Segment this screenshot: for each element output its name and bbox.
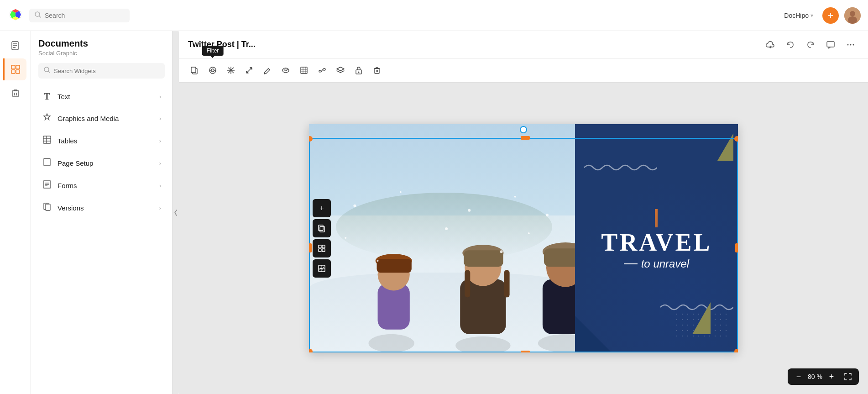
- svg-rect-31: [827, 42, 834, 47]
- svg-rect-86: [320, 226, 324, 232]
- canvas-content: TRAVEL to unravel: [179, 83, 868, 394]
- search-input[interactable]: [45, 12, 124, 19]
- svg-rect-91: [322, 249, 325, 252]
- widget-item-forms[interactable]: Forms ›: [38, 174, 165, 197]
- zoom-out-button[interactable]: −: [793, 371, 804, 382]
- sidebar-item-documents[interactable]: [5, 35, 26, 57]
- filter-toolbar-button[interactable]: Filter: [204, 62, 221, 79]
- search-widgets-icon: [44, 67, 50, 75]
- canvas-area: Twitter Post | Tr...: [179, 31, 868, 394]
- svg-point-82: [445, 227, 448, 230]
- svg-point-55: [358, 72, 360, 73]
- svg-rect-70: [504, 270, 510, 297]
- svg-line-46: [268, 68, 270, 70]
- top-navigation: DocHipo ▾ +: [0, 0, 868, 31]
- travel-title: TRAVEL to unravel: [601, 230, 711, 270]
- edit-toolbar-button[interactable]: [259, 62, 276, 79]
- svg-point-84: [377, 260, 379, 262]
- svg-point-80: [546, 214, 549, 216]
- fab-add[interactable]: +: [313, 199, 331, 217]
- add-new-button[interactable]: +: [822, 7, 839, 24]
- widget-item-versions[interactable]: Versions ›: [38, 197, 165, 219]
- search-icon: [35, 11, 41, 20]
- canvas-photo-element[interactable]: [309, 124, 579, 352]
- layers-toolbar-button[interactable]: [332, 62, 349, 79]
- svg-point-64: [455, 336, 510, 352]
- element-toolbar: Filter: [179, 58, 868, 83]
- delete-toolbar-button[interactable]: [369, 62, 385, 79]
- sidebar-title: Documents: [38, 38, 165, 49]
- forms-icon: [42, 180, 52, 191]
- canvas-right-panel: TRAVEL to unravel: [575, 124, 738, 352]
- comment-button[interactable]: [822, 37, 839, 53]
- svg-point-5: [848, 16, 857, 24]
- cloud-save-button[interactable]: [762, 37, 779, 53]
- sidebar-subtitle: Social Graphic: [38, 50, 165, 57]
- chevron-right-icon-4: ›: [159, 160, 161, 167]
- widget-graphics-label: Graphics and Media: [58, 115, 119, 122]
- nav-right-section: DocHipo ▾ +: [780, 7, 861, 24]
- search-widgets-bar: [38, 63, 165, 79]
- widget-sidebar: Documents Social Graphic T Text ›: [31, 31, 173, 394]
- plus-icon: +: [319, 204, 324, 212]
- widget-item-text[interactable]: T Text ›: [38, 86, 165, 107]
- fab-chart[interactable]: [313, 259, 331, 278]
- widget-text-label: Text: [58, 93, 70, 100]
- copy-toolbar-button[interactable]: [186, 62, 203, 79]
- svg-point-32: [847, 44, 849, 45]
- svg-rect-89: [322, 245, 325, 248]
- sidebar-item-widgets[interactable]: [3, 58, 26, 80]
- svg-rect-19: [43, 136, 51, 143]
- lock-toolbar-button[interactable]: [350, 62, 367, 79]
- widget-versions-label: Versions: [58, 204, 84, 212]
- redo-button[interactable]: [802, 37, 819, 53]
- travel-sub-text: to unravel: [641, 257, 689, 270]
- svg-rect-69: [465, 270, 470, 297]
- fullscreen-button[interactable]: [842, 371, 853, 382]
- svg-rect-75: [544, 248, 579, 267]
- collapse-sidebar-handle[interactable]: [173, 31, 179, 394]
- svg-rect-12: [11, 70, 15, 74]
- chevron-right-icon-3: ›: [159, 137, 161, 144]
- resize-toolbar-button[interactable]: [241, 62, 257, 79]
- crop-toolbar-button[interactable]: [223, 62, 239, 79]
- svg-rect-63: [377, 259, 412, 273]
- main-layout: Documents Social Graphic T Text ›: [0, 31, 868, 394]
- user-avatar[interactable]: [844, 7, 861, 24]
- left-dash: [624, 263, 638, 264]
- account-menu[interactable]: DocHipo ▾: [780, 9, 817, 22]
- chevron-right-icon: ›: [159, 93, 161, 100]
- travel-divider: to unravel: [601, 257, 711, 270]
- svg-rect-10: [11, 65, 15, 69]
- undo-button[interactable]: [782, 37, 799, 53]
- app-logo[interactable]: [7, 6, 24, 25]
- zoom-in-button[interactable]: +: [826, 371, 837, 382]
- svg-rect-14: [13, 91, 18, 97]
- widget-item-graphics-media[interactable]: Graphics and Media ›: [38, 107, 165, 130]
- zoom-level-display: 80 %: [808, 373, 822, 380]
- fab-duplicate[interactable]: [313, 219, 331, 237]
- design-canvas[interactable]: TRAVEL to unravel: [309, 124, 738, 352]
- svg-point-76: [353, 205, 356, 207]
- sidebar-item-trash[interactable]: [5, 82, 26, 104]
- tables-icon: [42, 135, 52, 147]
- svg-point-79: [514, 196, 516, 198]
- link-toolbar-button[interactable]: [314, 62, 330, 79]
- widget-item-page-setup[interactable]: Page Setup ›: [38, 152, 165, 174]
- svg-rect-72: [543, 279, 579, 334]
- svg-line-2: [39, 16, 41, 17]
- opacity-toolbar-button[interactable]: [296, 62, 312, 79]
- svg-point-4: [850, 11, 855, 16]
- svg-rect-11: [16, 65, 20, 69]
- search-bar: [29, 9, 130, 22]
- mask-toolbar-button[interactable]: [277, 62, 294, 79]
- svg-rect-29: [46, 204, 50, 210]
- search-widgets-input[interactable]: [54, 68, 159, 74]
- icon-sidebar: [0, 31, 31, 394]
- text-widget-icon: T: [42, 91, 52, 102]
- svg-point-71: [538, 334, 579, 352]
- widget-item-tables[interactable]: Tables ›: [38, 130, 165, 152]
- fab-grid[interactable]: [313, 239, 331, 257]
- svg-point-85: [500, 250, 503, 253]
- more-options-button[interactable]: [842, 37, 859, 53]
